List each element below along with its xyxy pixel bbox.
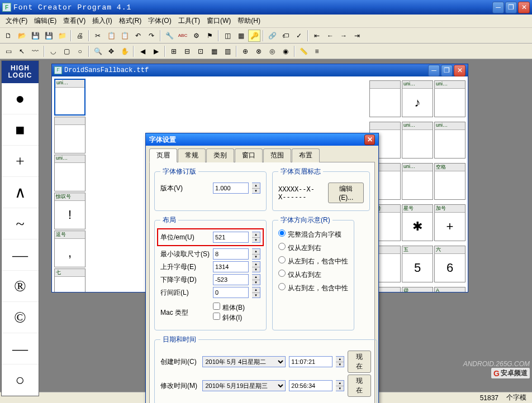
grid3-icon[interactable]: ⊡ bbox=[194, 45, 207, 57]
asc-input[interactable] bbox=[213, 261, 249, 272]
palette-glyph[interactable]: ∧ bbox=[2, 177, 39, 208]
palette-glyph[interactable]: ~ bbox=[2, 208, 39, 239]
zoom-icon[interactable]: 🔍 bbox=[92, 45, 104, 57]
paste-icon[interactable]: 📋 bbox=[118, 30, 131, 42]
rect-icon[interactable]: ▢ bbox=[60, 45, 73, 57]
dir-radio-1[interactable] bbox=[278, 243, 286, 250]
dialog-close-button[interactable]: ✕ bbox=[364, 135, 375, 145]
created-now-button[interactable]: 现在 bbox=[348, 351, 371, 373]
menu-help[interactable]: 帮助(H) bbox=[234, 15, 264, 27]
glyph-cell[interactable]: 空格 bbox=[434, 163, 466, 200]
menu-format[interactable]: 格式(R) bbox=[116, 15, 145, 27]
italic-checkbox[interactable] bbox=[213, 313, 220, 320]
modified-date-select[interactable]: 2010年 5月19日星期三 bbox=[202, 380, 286, 391]
desc-input[interactable] bbox=[213, 274, 249, 285]
glyph-cell[interactable]: @ bbox=[402, 287, 433, 292]
min-spinner[interactable]: ▲▼ bbox=[252, 248, 260, 260]
snap4-icon[interactable]: ◉ bbox=[279, 45, 292, 57]
palette-glyph[interactable]: ○ bbox=[2, 364, 39, 396]
palette-glyph[interactable]: ● bbox=[2, 83, 39, 114]
created-time-spinner[interactable]: ▲▼ bbox=[336, 356, 344, 367]
modified-time-spinner[interactable]: ▲▼ bbox=[336, 380, 344, 391]
modified-time-input[interactable] bbox=[289, 380, 332, 391]
palette-glyph[interactable]: — bbox=[2, 239, 39, 271]
snap1-icon[interactable]: ⊕ bbox=[239, 45, 251, 57]
cut-icon[interactable]: ✂ bbox=[92, 30, 104, 42]
bold-checkbox[interactable] bbox=[213, 303, 220, 310]
glyph-cell[interactable]: 逗号, bbox=[54, 231, 86, 267]
grid4-icon[interactable]: ▦ bbox=[208, 45, 220, 57]
grid1-icon[interactable]: ⊞ bbox=[168, 45, 180, 57]
move-icon[interactable]: ✥ bbox=[105, 45, 117, 57]
palette-glyph[interactable]: — bbox=[2, 333, 39, 364]
open-icon[interactable]: 📂 bbox=[16, 30, 28, 42]
menu-font[interactable]: 字体(O) bbox=[145, 15, 174, 27]
undo-icon[interactable]: ↶ bbox=[132, 30, 144, 42]
grid5-icon[interactable]: ▥ bbox=[221, 45, 234, 57]
select-free-icon[interactable]: 〰 bbox=[29, 45, 41, 57]
guides-icon[interactable]: ≡ bbox=[311, 45, 323, 57]
print-icon[interactable]: 🖨 bbox=[74, 30, 86, 42]
nav-first-icon[interactable]: ⇤ bbox=[311, 30, 323, 42]
glyph-cell[interactable]: 星号✱ bbox=[402, 204, 433, 241]
gear-icon[interactable]: ⚙ bbox=[190, 30, 202, 42]
nav-next-icon[interactable]: → bbox=[338, 30, 350, 42]
ruler-icon[interactable]: 📏 bbox=[297, 45, 310, 57]
save-icon[interactable]: 💾 bbox=[29, 30, 41, 42]
key-icon[interactable]: 🔑 bbox=[248, 30, 260, 42]
created-time-input[interactable] bbox=[289, 356, 332, 367]
glyph-cell[interactable]: uni… bbox=[434, 122, 466, 159]
menu-tools[interactable]: 工具(T) bbox=[175, 15, 203, 27]
palette-glyph[interactable]: ■ bbox=[2, 114, 39, 146]
dir-radio-3[interactable] bbox=[278, 270, 286, 277]
check-icon[interactable]: ✓ bbox=[293, 30, 305, 42]
doc-maximize-button[interactable]: ❐ bbox=[441, 65, 453, 76]
copy-icon[interactable]: 📋 bbox=[105, 30, 117, 42]
glyph-cell[interactable]: A bbox=[434, 287, 466, 292]
created-date-select[interactable]: 2010年 5月 4日星期二 bbox=[202, 356, 286, 367]
new-icon[interactable]: 🗋 bbox=[2, 30, 15, 42]
grid-icon[interactable]: ▦ bbox=[235, 30, 247, 42]
tab-header[interactable]: 页眉 bbox=[149, 148, 177, 162]
version-spinner[interactable]: ▲▼ bbox=[252, 183, 260, 194]
snap2-icon[interactable]: ⊗ bbox=[253, 45, 265, 57]
forward-icon[interactable]: ▶ bbox=[150, 45, 162, 57]
hand-icon[interactable]: ✋ bbox=[118, 45, 131, 57]
window-icon[interactable]: ◫ bbox=[221, 30, 234, 42]
curve-icon[interactable]: ◡ bbox=[47, 45, 59, 57]
glyph-cell[interactable] bbox=[369, 80, 401, 117]
dir-radio-4[interactable] bbox=[278, 283, 286, 290]
glyph-cell[interactable]: uni… bbox=[54, 155, 86, 191]
circle-icon[interactable]: ○ bbox=[74, 45, 86, 57]
line-spinner[interactable]: ▲▼ bbox=[252, 287, 260, 298]
tab-general[interactable]: 常规 bbox=[178, 148, 206, 162]
version-input[interactable] bbox=[213, 183, 249, 194]
glyph-cell[interactable]: uni… bbox=[402, 122, 433, 159]
close-button[interactable]: ✕ bbox=[518, 2, 530, 13]
save-all-icon[interactable]: 💾 bbox=[42, 30, 55, 42]
nav-prev-icon[interactable]: ← bbox=[324, 30, 336, 42]
glyph-cell[interactable]: 惊叹号! bbox=[54, 193, 86, 229]
palette-glyph[interactable]: ® bbox=[2, 271, 39, 302]
tag-icon[interactable]: 🏷 bbox=[279, 30, 292, 42]
nav-last-icon[interactable]: ⇥ bbox=[351, 30, 363, 42]
redo-icon[interactable]: ↷ bbox=[145, 30, 158, 42]
glyph-cell[interactable]: 六6 bbox=[434, 246, 466, 282]
glyph-cell[interactable]: uni… bbox=[434, 80, 466, 117]
grid2-icon[interactable]: ⊟ bbox=[181, 45, 193, 57]
min-input[interactable] bbox=[213, 248, 249, 260]
units-spinner[interactable]: ▲▼ bbox=[252, 232, 260, 243]
edit-flags-button[interactable]: 编辑(E)... bbox=[328, 183, 364, 203]
back-icon[interactable]: ◀ bbox=[136, 45, 149, 57]
menu-insert[interactable]: 插入(I) bbox=[89, 15, 115, 27]
menu-edit[interactable]: 编辑(E) bbox=[31, 15, 60, 27]
select-rect-icon[interactable]: ▭ bbox=[2, 45, 15, 57]
desc-spinner[interactable]: ▲▼ bbox=[252, 274, 260, 285]
tab-range[interactable]: 范围 bbox=[263, 148, 291, 162]
modified-now-button[interactable]: 现在 bbox=[348, 375, 371, 397]
menu-window[interactable]: 窗口(W) bbox=[203, 15, 234, 27]
folder-icon[interactable]: 📁 bbox=[56, 30, 68, 42]
select-point-icon[interactable]: ↖ bbox=[16, 45, 28, 57]
glyph-cell[interactable]: uni…♪ bbox=[402, 80, 433, 117]
dir-radio-0[interactable] bbox=[278, 229, 286, 237]
